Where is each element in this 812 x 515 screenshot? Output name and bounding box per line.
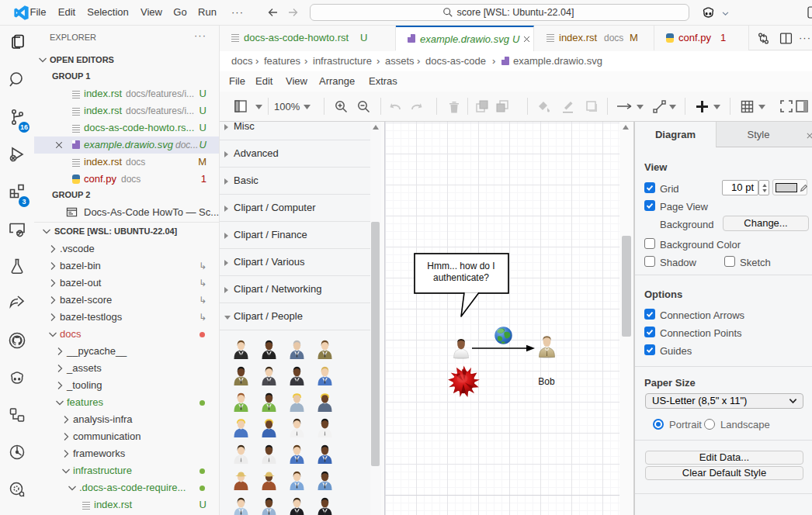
svg-text:Bob: Bob (538, 376, 555, 387)
svg-text:authenticate?: authenticate? (433, 272, 489, 283)
svg-text:Hmm... how do I: Hmm... how do I (427, 261, 494, 271)
